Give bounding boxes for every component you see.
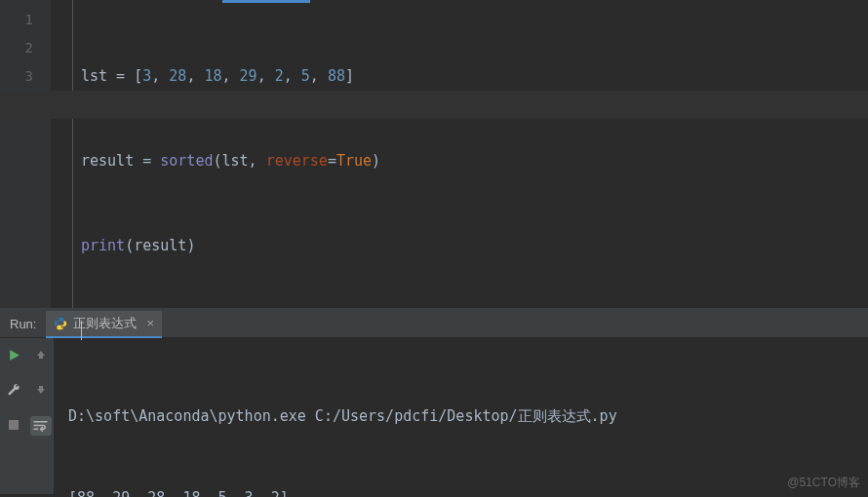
number: 2 [275, 67, 284, 85]
number: 18 [204, 67, 221, 85]
arrow-down-icon [35, 384, 47, 396]
number: 88 [328, 67, 345, 85]
console-line: [88, 29, 28, 18, 5, 3, 2] [68, 484, 854, 497]
watermark: @51CTO博客 [787, 475, 860, 491]
code-editor[interactable]: 1 2 3 4 lst = [3, 28, 18, 29, 2, 5, 88] … [0, 0, 868, 308]
console-line: D:\soft\Anaconda\python.exe C:/Users/pdc… [68, 402, 854, 430]
paren: ( [125, 237, 134, 254]
rerun-button[interactable] [5, 346, 22, 363]
builtin: print [81, 237, 125, 254]
number: 3 [142, 67, 151, 85]
comma: , [284, 67, 301, 85]
comma: , [151, 67, 169, 85]
code-line[interactable]: lst = [3, 28, 18, 29, 2, 5, 88] [81, 62, 380, 91]
run-label: Run: [10, 317, 36, 331]
python-file-icon [54, 317, 67, 330]
comma: , [310, 67, 328, 85]
bracket: [ [134, 67, 142, 85]
number: 28 [169, 67, 186, 85]
arrow-up-icon [35, 349, 47, 361]
stop-icon [8, 419, 20, 431]
play-icon [8, 349, 20, 362]
function-call: sorted [160, 152, 213, 170]
code-content[interactable]: lst = [3, 28, 18, 29, 2, 5, 88] result =… [73, 0, 380, 308]
soft-wrap-icon [33, 420, 48, 433]
code-line[interactable]: result = sorted(lst, reverse=True) [81, 147, 380, 175]
number: 29 [240, 67, 257, 85]
line-number: 2 [0, 34, 51, 62]
editor-tab-indicator [222, 0, 310, 3]
code-line[interactable] [81, 317, 380, 345]
code-line[interactable]: print(result) [81, 232, 380, 260]
keyword: True [336, 152, 372, 170]
line-number-gutter: 1 2 3 4 [0, 0, 51, 308]
run-toolbar-primary [0, 338, 27, 494]
operator: = [134, 152, 160, 170]
soft-wrap-button[interactable] [30, 416, 52, 436]
argument: lst [222, 152, 249, 170]
operator: = [107, 67, 134, 85]
run-toolbar-secondary [27, 338, 55, 494]
paren: ( [213, 152, 221, 170]
comma: , [249, 152, 266, 170]
argument: result [134, 237, 186, 254]
paren: ) [372, 152, 380, 170]
comma: , [257, 67, 275, 85]
comma: , [222, 67, 240, 85]
text-caret [81, 321, 82, 340]
down-stack-button[interactable] [32, 381, 50, 399]
edit-config-button[interactable] [5, 381, 22, 399]
bracket: ] [345, 67, 354, 85]
number: 5 [301, 67, 310, 85]
stop-button[interactable] [5, 416, 22, 434]
variable: result [81, 152, 134, 170]
wrench-icon [7, 383, 21, 398]
operator: = [328, 152, 336, 170]
up-stack-button[interactable] [32, 346, 50, 363]
svg-rect-0 [9, 420, 19, 430]
kwarg: reverse [266, 152, 328, 170]
comma: , [186, 67, 204, 85]
line-number: 1 [0, 6, 51, 34]
paren: ) [186, 237, 195, 254]
line-number: 3 [0, 62, 51, 91]
variable: lst [81, 67, 107, 85]
